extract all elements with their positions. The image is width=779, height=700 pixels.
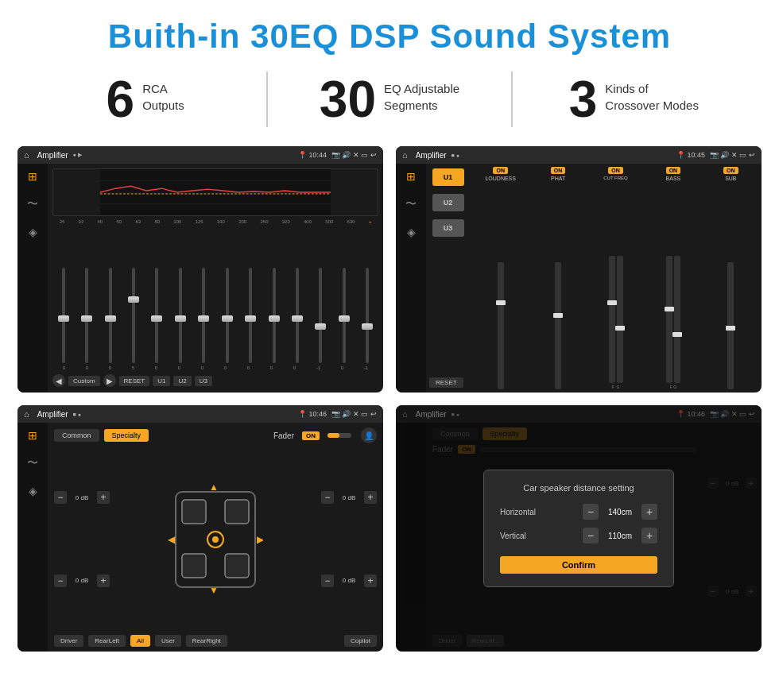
driver-btn[interactable]: Driver [54,635,83,647]
loudness-on: ON [493,167,508,174]
eq-custom-btn[interactable]: Custom [68,376,100,386]
fader-tab-common[interactable]: Common [54,429,99,442]
fader-label: Fader [273,431,294,440]
phat-on: ON [551,167,566,174]
eq-slider-4[interactable] [128,268,139,363]
eq-topbar: ⌂ Amplifier ● ▶ 📍 10:44 📷 🔊 ✕ ▭ ↩ [17,146,383,164]
fader-person-icon: 👤 [361,427,377,443]
vol-minus-fr[interactable]: − [321,491,334,504]
vol-value-fr: 0 dB [337,494,361,501]
fader-sidebar-icon-2[interactable]: 〜 [27,456,38,470]
eq-values-row: 00050 00000 0-10-1 [52,365,378,370]
eq-slider-1[interactable] [58,268,69,363]
fader-left-volumes: − 0 dB + − 0 dB + [54,448,110,630]
fader-sidebar-icon-3[interactable]: ◈ [29,485,37,497]
eq-sidebar-icon-2[interactable]: 〜 [27,197,38,211]
eq-slider-5[interactable] [151,268,162,363]
eq-slider-7[interactable] [198,268,209,363]
vol-plus-fl[interactable]: + [97,491,110,504]
bass-label: BASS [666,176,681,181]
stat-divider-2 [511,72,513,127]
vertical-minus-btn[interactable]: − [583,528,599,543]
fader-bottom-row: Driver RearLeft All User RearRight Copil… [54,635,377,647]
crossover-sidebar-icon-3[interactable]: ◈ [407,226,416,238]
dialog-box: Car speaker distance setting Horizontal … [483,470,674,587]
stat-label-crossover: Kinds ofCrossover Modes [605,74,699,114]
fader-sidebar-icon-1[interactable]: ⊞ [28,429,37,442]
crossover-left-panel: U1 U2 U3 RESET [426,164,470,393]
crossover-home-icon[interactable]: ⌂ [402,150,408,160]
fader-topbar: ⌂ Amplifier ■ ● 📍 10:46 📷 🔊 ✕ ▭ ↩ [17,405,383,423]
horizontal-minus-btn[interactable]: − [583,504,599,520]
eq-u3-btn[interactable]: U3 [195,376,212,386]
user-btn[interactable]: User [155,635,181,647]
u2-btn[interactable]: U2 [432,194,464,211]
vol-minus-rr[interactable]: − [321,574,334,587]
eq-u2-btn[interactable]: U2 [173,376,191,386]
svg-text:▶: ▶ [257,534,264,545]
horizontal-plus-btn[interactable]: + [641,504,657,520]
bass-on: ON [666,167,681,174]
fader-vol-row-rr: − 0 dB + [321,574,377,587]
eq-slider-3[interactable] [105,268,116,363]
stat-label-rca: RCAOutputs [142,74,184,114]
channel-phat: ON PHAT [530,167,585,389]
eq-content: ⊞ 〜 ◈ [17,164,383,393]
stat-number-30: 30 [320,74,376,125]
eq-sidebar-icon-1[interactable]: ⊞ [28,170,37,183]
rearleft-btn[interactable]: RearLeft [88,635,126,647]
vol-minus-fl[interactable]: − [54,491,67,504]
eq-sidebar-icon-3[interactable]: ◈ [29,226,37,238]
vol-plus-rr[interactable]: + [364,574,377,587]
eq-play-btn[interactable]: ▶ [103,374,116,387]
crossover-reset-btn[interactable]: RESET [429,377,463,388]
crossover-topbar: ⌂ Amplifier ■ ● 📍 10:45 📷 🔊 ✕ ▭ ↩ [396,146,762,164]
sub-label: SUB [725,176,736,181]
stats-row: 6 RCAOutputs 30 EQ AdjustableSegments 3 … [0,64,779,141]
eq-slider-2[interactable] [81,268,92,363]
vertical-plus-btn[interactable]: + [641,528,657,543]
eq-slider-12[interactable] [315,268,326,363]
eq-u1-btn[interactable]: U1 [153,376,170,386]
stat-number-6: 6 [107,74,135,125]
u1-btn[interactable]: U1 [432,168,464,186]
phat-label: PHAT [551,176,565,181]
svg-rect-5 [182,500,206,524]
eq-slider-6[interactable] [175,268,186,363]
crossover-dots: ■ ● [452,153,459,158]
rearright-btn[interactable]: RearRight [186,635,227,647]
copilot-btn[interactable]: Copilot [344,635,377,647]
crossover-sidebar-icon-1[interactable]: ⊞ [406,170,416,183]
vertical-label: Vertical [500,532,583,540]
eq-slider-8[interactable] [222,268,233,363]
channel-cutfreq: ON CUT FREQ F G [588,167,643,389]
all-btn[interactable]: All [130,635,150,647]
u3-btn[interactable]: U3 [432,219,464,237]
crossover-sidebar-icon-2[interactable]: 〜 [405,197,417,211]
vol-plus-rl[interactable]: + [97,574,110,587]
fader-tab-specialty[interactable]: Specialty [104,429,149,442]
eq-reset-btn[interactable]: RESET [119,376,150,386]
svg-text:◀: ◀ [168,534,176,545]
horizontal-ctrl: − 140cm + [583,504,657,520]
eq-slider-9[interactable] [245,268,256,363]
eq-slider-13[interactable] [339,268,350,363]
crossover-channels: ON LOUDNESS ON PHAT [470,164,762,393]
fader-home-icon[interactable]: ⌂ [24,409,29,419]
dialog-screen: ⌂ Amplifier ■ ● 📍 10:46 📷 🔊 ✕ ▭ ↩ Common… [396,405,762,652]
fader-time: 📍 10:46 [298,410,327,418]
car-svg: ▲ ▼ ◀ ▶ [168,484,263,595]
dialog-vertical-row: Vertical − 110cm + [500,528,657,543]
eq-slider-11[interactable] [292,268,303,363]
eq-sidebar: ⊞ 〜 ◈ [17,164,48,393]
eq-slider-10[interactable] [269,268,280,363]
eq-prev-btn[interactable]: ◀ [52,374,65,387]
home-icon[interactable]: ⌂ [24,150,29,160]
vol-plus-fr[interactable]: + [364,491,377,504]
confirm-button[interactable]: Confirm [500,556,657,574]
vol-minus-rl[interactable]: − [54,574,67,587]
svg-rect-7 [182,554,206,578]
fader-screen: ⌂ Amplifier ■ ● 📍 10:46 📷 🔊 ✕ ▭ ↩ ⊞ 〜 ◈ … [17,405,383,652]
eq-title: Amplifier [37,151,68,160]
eq-slider-14[interactable] [362,268,373,363]
